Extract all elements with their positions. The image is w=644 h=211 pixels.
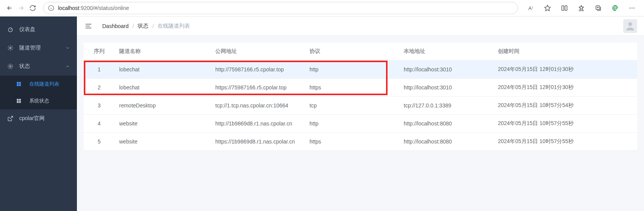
breadcrumb-separator: /: [152, 23, 154, 29]
sidebar-item-system-status[interactable]: 系统状态: [0, 92, 77, 109]
menu-icon[interactable]: [626, 2, 638, 14]
cell-local: http://localhost:3010: [399, 79, 493, 97]
svg-rect-15: [17, 99, 19, 101]
cell-local: http://localhost:3010: [399, 61, 493, 79]
cell-url: http://1b9869d8.r1.nas.cpolar.cn: [211, 115, 305, 133]
cell-local: http://localhost:8080: [399, 133, 493, 151]
table-row[interactable]: 4websitehttp://1b9869d8.r1.nas.cpolar.cn…: [84, 115, 637, 133]
cell-name: website: [115, 133, 211, 151]
breadcrumb-item[interactable]: 状态: [138, 23, 148, 30]
external-link-icon: [7, 115, 14, 122]
forward-button[interactable]: [15, 2, 27, 14]
svg-point-10: [10, 66, 11, 67]
cell-index: 5: [84, 133, 115, 151]
sidebar-item-dashboard[interactable]: 仪表盘: [0, 20, 77, 39]
sidebar-item-status[interactable]: 状态: [0, 57, 77, 76]
cell-proto: http: [305, 115, 399, 133]
svg-rect-16: [19, 99, 21, 101]
tunnel-table-card: 序列 隧道名称 公网地址 协议 本地地址 创建时间 1lobechathttp:…: [84, 43, 637, 151]
breadcrumb: Dashboard / 状态 / 在线隧道列表: [102, 23, 190, 30]
topbar: Dashboard / 状态 / 在线隧道列表: [77, 16, 644, 36]
svg-rect-2: [565, 6, 567, 10]
sidebar: 仪表盘 隧道管理 状态 在线隧道列表 系统状态 cpolar官网: [0, 16, 77, 211]
cell-name: lobechat: [115, 61, 211, 79]
cell-proto: https: [305, 79, 399, 97]
browser-actions: A⁾: [525, 2, 638, 14]
table-row[interactable]: 5websitehttps://1b9869d8.r1.nas.cpolar.c…: [84, 133, 637, 151]
cell-index: 4: [84, 115, 115, 133]
cell-created: 2024年05月15日 12时01分30秒: [493, 79, 637, 97]
table-row[interactable]: 2lobechathttps://75987166.r5.cpolar.toph…: [84, 79, 637, 97]
content: 序列 隧道名称 公网地址 协议 本地地址 创建时间 1lobechathttp:…: [77, 36, 644, 158]
svg-point-6: [634, 8, 634, 8]
svg-point-4: [630, 8, 631, 8]
svg-point-19: [628, 22, 632, 26]
cell-created: 2024年05月15日 10时57分54秒: [493, 97, 637, 115]
favorites-bar-icon[interactable]: [576, 2, 587, 14]
site-info-icon[interactable]: [48, 5, 54, 11]
chevron-down-icon: [65, 46, 70, 50]
th-proto: 协议: [305, 43, 399, 61]
cell-name: remoteDesktop: [115, 97, 211, 115]
svg-point-9: [8, 64, 13, 69]
cell-url: tcp://1.tcp.nas.cpolar.cn:10664: [211, 97, 305, 115]
cell-created: 2024年05月15日 10时57分55秒: [493, 115, 637, 133]
cell-index: 1: [84, 61, 115, 79]
svg-rect-11: [17, 82, 19, 84]
split-screen-icon[interactable]: [559, 2, 570, 14]
browser-toolbar: localhost:9200/#/status/online A⁾: [0, 0, 644, 16]
cell-created: 2024年05月15日 12时01分30秒: [493, 61, 637, 79]
table-header-row: 序列 隧道名称 公网地址 协议 本地地址 创建时间: [84, 43, 637, 61]
breadcrumb-item[interactable]: Dashboard: [102, 23, 129, 29]
svg-point-5: [632, 8, 632, 8]
address-bar[interactable]: localhost:9200/#/status/online: [43, 2, 518, 14]
sidebar-item-label: 隧道管理: [19, 45, 65, 51]
svg-rect-13: [17, 84, 19, 86]
sidebar-item-label: 在线隧道列表: [29, 81, 70, 87]
cell-proto: http: [305, 61, 399, 79]
cell-local: tcp://127.0.0.1:3389: [399, 97, 493, 115]
th-local: 本地地址: [399, 43, 493, 61]
svg-rect-14: [19, 84, 21, 86]
dashboard-icon: [7, 26, 14, 33]
sidebar-item-online-list[interactable]: 在线隧道列表: [0, 76, 77, 92]
svg-point-8: [10, 47, 11, 49]
back-button[interactable]: [4, 2, 15, 14]
breadcrumb-item: 在线隧道列表: [158, 23, 190, 30]
tunnel-table: 序列 隧道名称 公网地址 协议 本地地址 创建时间 1lobechathttp:…: [84, 43, 637, 151]
th-created: 创建时间: [493, 43, 637, 61]
svg-rect-18: [19, 101, 21, 103]
sidebar-item-cpolar-site[interactable]: cpolar官网: [0, 109, 77, 128]
favorite-icon[interactable]: [542, 2, 553, 14]
main-area: Dashboard / 状态 / 在线隧道列表 序列 隧道名称 公网地址: [77, 16, 644, 211]
sidebar-item-label: cpolar官网: [19, 115, 70, 122]
grid-icon: [15, 81, 22, 87]
chevron-up-icon: [65, 64, 70, 69]
read-aloud-icon[interactable]: A⁾: [525, 2, 536, 14]
table-row[interactable]: 3remoteDesktoptcp://1.tcp.nas.cpolar.cn:…: [84, 97, 637, 115]
table-row[interactable]: 1lobechathttp://75987166.r5.cpolar.topht…: [84, 61, 637, 79]
svg-rect-1: [562, 6, 564, 10]
grid-icon: [15, 97, 22, 104]
collections-icon[interactable]: [592, 2, 604, 14]
svg-rect-12: [19, 82, 21, 84]
extensions-icon[interactable]: [609, 2, 621, 14]
cell-proto: https: [305, 133, 399, 151]
cell-proto: tcp: [305, 97, 399, 115]
refresh-button[interactable]: [27, 2, 38, 14]
url-text: localhost:9200/#/status/online: [58, 5, 129, 11]
cell-url: https://1b9869d8.r1.nas.cpolar.cn: [211, 133, 305, 151]
th-url: 公网地址: [211, 43, 305, 61]
avatar[interactable]: [623, 19, 637, 33]
cell-index: 2: [84, 79, 115, 97]
th-index: 序列: [84, 43, 115, 61]
breadcrumb-separator: /: [133, 23, 134, 29]
sidebar-item-tunnel-mgmt[interactable]: 隧道管理: [0, 39, 77, 57]
cell-local: http://localhost:8080: [399, 115, 493, 133]
cell-created: 2024年05月15日 10时57分55秒: [493, 133, 637, 151]
sidebar-submenu-status: 在线隧道列表 系统状态: [0, 76, 77, 109]
hamburger-icon[interactable]: [84, 21, 93, 31]
cell-url: http://75987166.r5.cpolar.top: [211, 61, 305, 79]
sidebar-item-label: 系统状态: [29, 97, 70, 104]
cell-url: https://75987166.r5.cpolar.top: [211, 79, 305, 97]
